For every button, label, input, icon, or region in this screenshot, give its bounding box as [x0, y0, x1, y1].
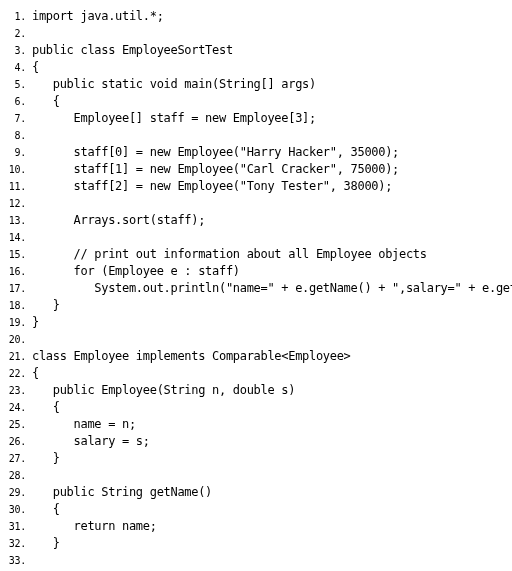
code-text: }	[32, 450, 60, 467]
line-number: 23.	[4, 382, 32, 399]
code-text: {	[32, 399, 60, 416]
line-number: 5.	[4, 76, 32, 93]
code-line: 11. staff[2] = new Employee("Tony Tester…	[4, 178, 504, 195]
code-line: 24. {	[4, 399, 504, 416]
code-text: name = n;	[32, 416, 136, 433]
line-number: 4.	[4, 59, 32, 76]
code-line: 14.	[4, 229, 504, 246]
line-number: 16.	[4, 263, 32, 280]
code-line: 7. Employee[] staff = new Employee[3];	[4, 110, 504, 127]
code-line: 25. name = n;	[4, 416, 504, 433]
code-line: 2.	[4, 25, 504, 42]
code-line: 13. Arrays.sort(staff);	[4, 212, 504, 229]
code-text: for (Employee e : staff)	[32, 263, 240, 280]
line-number: 28.	[4, 467, 32, 484]
line-number: 7.	[4, 110, 32, 127]
line-number: 3.	[4, 42, 32, 59]
line-number: 26.	[4, 433, 32, 450]
code-line: 30. {	[4, 501, 504, 518]
line-number: 19.	[4, 314, 32, 331]
line-number: 30.	[4, 501, 32, 518]
line-number: 17.	[4, 280, 32, 297]
code-text: public Employee(String n, double s)	[32, 382, 295, 399]
line-number: 15.	[4, 246, 32, 263]
code-text: staff[1] = new Employee("Carl Cracker", …	[32, 161, 399, 178]
code-line: 21.class Employee implements Comparable<…	[4, 348, 504, 365]
line-number: 8.	[4, 127, 32, 144]
code-line: 22.{	[4, 365, 504, 382]
code-text: staff[0] = new Employee("Harry Hacker", …	[32, 144, 399, 161]
line-number: 25.	[4, 416, 32, 433]
code-line: 9. staff[0] = new Employee("Harry Hacker…	[4, 144, 504, 161]
line-number: 9.	[4, 144, 32, 161]
line-number: 31.	[4, 518, 32, 535]
code-text: {	[32, 365, 39, 382]
code-line: 28.	[4, 467, 504, 484]
code-line: 12.	[4, 195, 504, 212]
code-text: System.out.println("name=" + e.getName()…	[32, 280, 512, 297]
code-text: }	[32, 297, 60, 314]
line-number: 20.	[4, 331, 32, 348]
code-line: 33.	[4, 552, 504, 569]
line-number: 33.	[4, 552, 32, 569]
code-text: class Employee implements Comparable<Emp…	[32, 348, 351, 365]
code-text: }	[32, 314, 39, 331]
line-number: 6.	[4, 93, 32, 110]
code-line: 17. System.out.println("name=" + e.getNa…	[4, 280, 504, 297]
code-text: {	[32, 93, 60, 110]
code-line: 6. {	[4, 93, 504, 110]
code-line: 20.	[4, 331, 504, 348]
code-line: 5. public static void main(String[] args…	[4, 76, 504, 93]
code-listing: 1.import java.util.*;2.3.public class Em…	[0, 0, 512, 571]
code-text: // print out information about all Emplo…	[32, 246, 427, 263]
line-number: 27.	[4, 450, 32, 467]
code-text: Arrays.sort(staff);	[32, 212, 205, 229]
code-text: import java.util.*;	[32, 8, 164, 25]
code-line: 19.}	[4, 314, 504, 331]
line-number: 32.	[4, 535, 32, 552]
line-number: 13.	[4, 212, 32, 229]
code-line: 15. // print out information about all E…	[4, 246, 504, 263]
code-line: 8.	[4, 127, 504, 144]
code-line: 4.{	[4, 59, 504, 76]
code-line: 18. }	[4, 297, 504, 314]
code-text: staff[2] = new Employee("Tony Tester", 3…	[32, 178, 392, 195]
code-text: }	[32, 535, 60, 552]
line-number: 18.	[4, 297, 32, 314]
code-line: 23. public Employee(String n, double s)	[4, 382, 504, 399]
code-line: 10. staff[1] = new Employee("Carl Cracke…	[4, 161, 504, 178]
line-number: 10.	[4, 161, 32, 178]
code-line: 27. }	[4, 450, 504, 467]
line-number: 24.	[4, 399, 32, 416]
code-text: {	[32, 59, 39, 76]
line-number: 2.	[4, 25, 32, 42]
line-number: 21.	[4, 348, 32, 365]
code-line: 3.public class EmployeeSortTest	[4, 42, 504, 59]
line-number: 12.	[4, 195, 32, 212]
code-line: 29. public String getName()	[4, 484, 504, 501]
code-text: salary = s;	[32, 433, 150, 450]
code-text: Employee[] staff = new Employee[3];	[32, 110, 316, 127]
line-number: 29.	[4, 484, 32, 501]
line-number: 11.	[4, 178, 32, 195]
code-text: public String getName()	[32, 484, 212, 501]
code-text: public class EmployeeSortTest	[32, 42, 233, 59]
line-number: 1.	[4, 8, 32, 25]
code-line: 1.import java.util.*;	[4, 8, 504, 25]
code-line: 32. }	[4, 535, 504, 552]
code-line: 16. for (Employee e : staff)	[4, 263, 504, 280]
line-number: 22.	[4, 365, 32, 382]
code-text: public static void main(String[] args)	[32, 76, 316, 93]
code-text: {	[32, 501, 60, 518]
code-line: 31. return name;	[4, 518, 504, 535]
code-text: return name;	[32, 518, 157, 535]
code-line: 26. salary = s;	[4, 433, 504, 450]
line-number: 14.	[4, 229, 32, 246]
